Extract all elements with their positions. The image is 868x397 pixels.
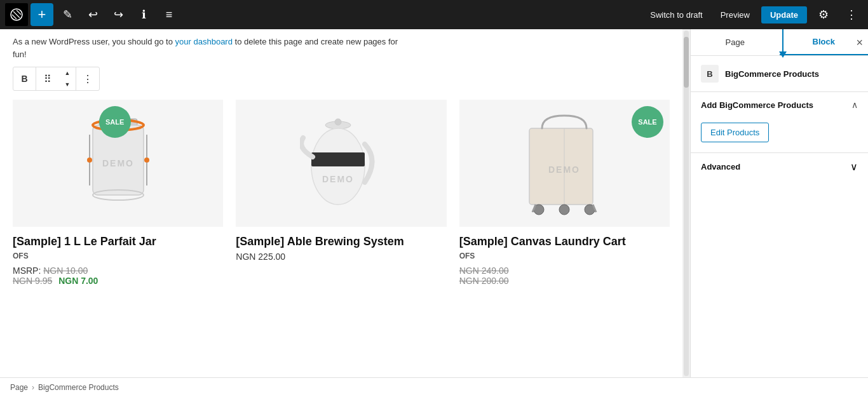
main-toolbar: + ✎ ↩ ↪ ℹ ≡ Switch to draft Preview Upda… [0,0,868,29]
scrollbar-thumb[interactable] [684,37,689,88]
breadcrumb-root: Page [10,383,28,392]
undo-icon: ↩ [88,8,98,22]
editor-wrapper: As a new WordPress user, you should go t… [0,29,690,377]
notice-text-end: to delete this page and create new pages… [233,37,398,46]
arrow-annotation [779,29,787,58]
close-icon: × [856,36,863,48]
move-down-button[interactable]: ▼ [59,79,76,90]
msrp-label: MSRP: [13,266,43,276]
cart-image: DEMO [517,109,612,217]
svg-text:DEMO: DEMO [548,165,580,175]
panel-close-button[interactable]: × [856,36,863,49]
main-area: As a new WordPress user, you should go t… [0,29,868,377]
info-icon: ℹ [142,8,146,22]
notice-text-start: As a new WordPress user, you should go t… [13,37,175,46]
svg-text:DEMO: DEMO [322,174,354,184]
drag-icon: ⠿ [44,73,51,85]
edit-products-button[interactable]: Edit Products [701,123,769,142]
redo-button[interactable]: ↪ [107,3,130,26]
svg-point-18 [559,205,569,215]
tab-page[interactable]: Page [691,29,780,55]
switch-to-draft-button[interactable]: Switch to draft [644,6,709,24]
bigcommerce-block-icon: B [701,65,719,83]
edit-button[interactable]: ✎ [56,3,79,26]
dashboard-link[interactable]: your dashboard [175,37,233,46]
chevron-up-icon: ∧ [851,100,858,110]
product-title-teapot: [Sample] Able Brewing System [236,234,446,249]
move-arrows: ▲ ▼ [59,67,76,90]
product-card-cart: SALE [459,100,670,286]
preview-button[interactable]: Preview [714,6,756,24]
list-view-button[interactable]: ≡ [158,3,180,26]
svg-rect-13 [311,152,365,166]
product-title-cart: [Sample] Canvas Laundry Cart [459,234,670,249]
price-normal-teapot: NGN 225.00 [236,252,285,262]
svg-point-7 [87,158,92,163]
price-sale-jar: NGN 7.00 [58,276,98,286]
notice-fun-text: fun! [13,50,27,59]
panel-section-advanced[interactable]: Advanced ∨ [691,153,868,180]
svg-point-11 [335,119,341,125]
panel-section-add-products: Add BigCommerce Products ∧ Edit Products [691,92,868,153]
product-card-jar: SALE [13,100,223,286]
panel-block-header: B BigCommerce Products [691,56,868,92]
breadcrumb-chevron: › [32,383,34,392]
price-discounted-jar: NGN 9.95 [13,276,52,286]
product-price-jar: MSRP: NGN 10.00 NGN 9.95 NGN 7.00 [13,266,223,286]
move-up-button[interactable]: ▲ [59,67,76,79]
breadcrumb-current: BigCommerce Products [38,383,119,392]
svg-text:DEMO: DEMO [102,158,134,168]
settings-button[interactable]: ⚙ [812,3,835,26]
price-original-jar: NGN 10.00 [43,266,88,276]
products-grid: SALE [13,100,670,286]
sale-badge-jar: SALE [99,106,131,138]
breadcrumb: Page › BigCommerce Products [0,377,868,397]
product-image-cart: SALE [459,100,670,227]
info-button[interactable]: ℹ [132,3,155,26]
vertical-dots-icon: ⋮ [846,8,857,22]
right-panel: Page Block × B BigCommerce Products Add … [690,29,868,377]
add-products-section-header[interactable]: Add BigCommerce Products ∧ [691,92,868,118]
block-controls: B ⠿ ▲ ▼ ⋮ [13,67,100,91]
scrollbar-track [684,30,689,376]
panel-block-name: BigCommerce Products [725,69,819,79]
block-type-icon: B [13,67,36,90]
product-title-jar: [Sample] 1 L Le Parfait Jar [13,234,223,249]
teapot-image: DEMO [300,109,383,217]
dots-icon: ⋮ [83,73,93,85]
plus-icon: + [38,6,46,23]
advanced-title: Advanced [701,162,740,172]
editor-scrollbar[interactable] [682,29,690,377]
wp-logo[interactable] [5,3,28,26]
redo-icon: ↪ [114,8,123,22]
svg-point-8 [144,158,149,163]
product-status-jar: OFS [13,252,223,260]
price-partial-cart: NGN 200.00 [459,276,509,286]
tab-block[interactable]: Block [780,29,869,55]
undo-button[interactable]: ↩ [81,3,104,26]
add-products-title: Add BigCommerce Products [701,100,813,110]
add-block-button[interactable]: + [31,3,53,26]
chevron-down-icon: ∨ [850,161,858,173]
products-section: SALE [0,93,682,299]
product-price-cart: NGN 249.00 NGN 200.00 [459,266,670,286]
gear-icon: ⚙ [818,8,829,22]
price-original-cart: NGN 249.00 [459,266,509,276]
list-icon: ≡ [166,8,173,22]
block-more-options-button[interactable]: ⋮ [76,67,99,90]
add-products-content: Edit Products [691,118,868,152]
sale-badge-cart: SALE [632,106,663,138]
update-button[interactable]: Update [761,6,807,24]
product-status-cart: OFS [459,252,670,260]
editor-content: As a new WordPress user, you should go t… [0,29,682,377]
product-card-teapot: DEMO [Sample] Able Brewing System NGN 22… [236,100,446,286]
edit-icon: ✎ [63,8,72,22]
drag-handle[interactable]: ⠿ [36,67,59,90]
product-price-teapot: NGN 225.00 [236,252,446,262]
notice-bar: As a new WordPress user, you should go t… [0,29,682,64]
product-image-jar: SALE [13,100,223,227]
more-options-button[interactable]: ⋮ [840,3,863,26]
product-image-teapot: DEMO [236,100,446,227]
